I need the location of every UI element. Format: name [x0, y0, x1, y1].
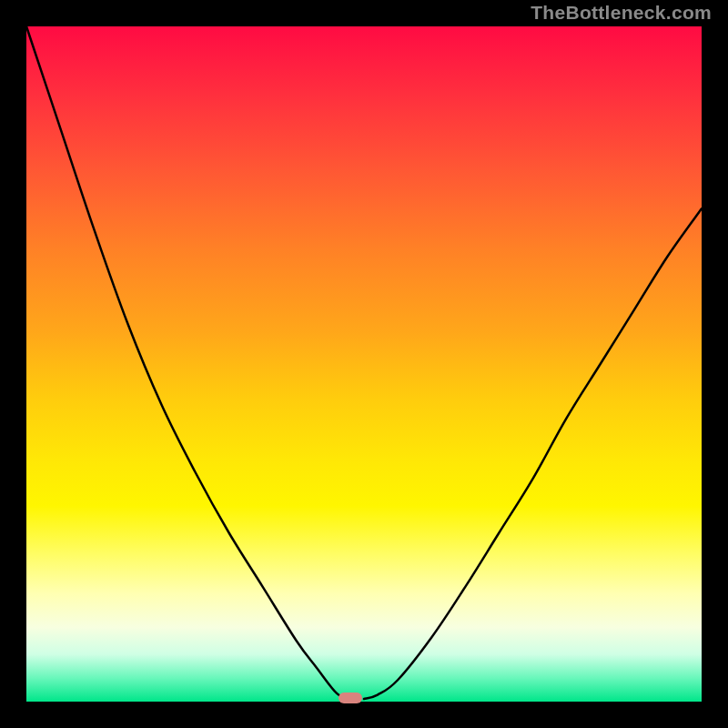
watermark-text: TheBottleneck.com	[531, 2, 712, 24]
optimal-point-marker	[339, 693, 362, 703]
chart-container: TheBottleneck.com	[0, 0, 728, 728]
plot-area	[26, 26, 702, 702]
bottleneck-curve	[26, 26, 702, 702]
